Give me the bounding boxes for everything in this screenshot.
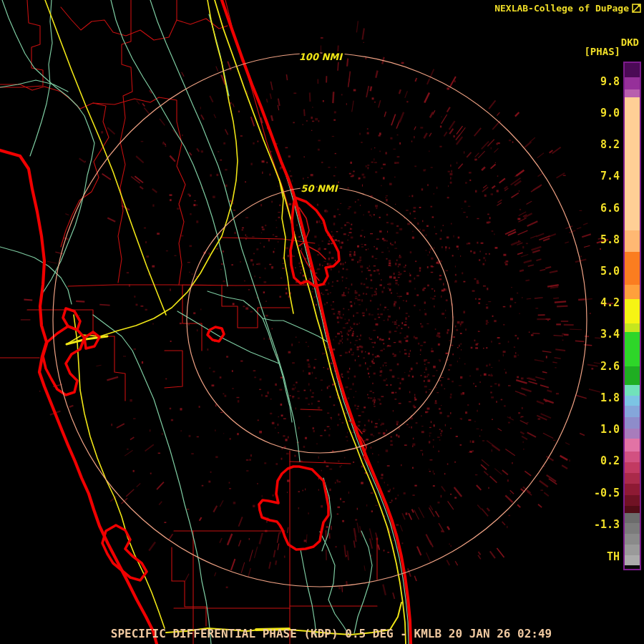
map-line [150,0,300,462]
map-line [208,291,328,342]
map-line [118,0,132,283]
colorbar-tick-label: 2.6 [577,360,620,373]
map-line [165,351,182,388]
colorbar-tick-label: 6.6 [577,202,620,215]
brand-logo-icon [632,4,641,13]
map-line [322,478,331,551]
map-line [111,0,228,286]
colorbar-tick-label: 1.0 [577,423,620,436]
colorbar-segment [625,495,640,506]
product-code: DKD [621,36,639,48]
colorbar-segment [625,285,640,299]
colorbar-tick-label: 5.8 [577,233,620,246]
colorbar-tick-label: 1.8 [577,391,620,404]
map-line [263,318,292,422]
map-line [61,0,177,40]
colorbar-segment [625,252,640,285]
map-line [45,0,166,315]
map-line [320,532,349,635]
colorbar-segment [625,555,640,565]
map-svg: 100 NMI50 NMI [0,0,644,644]
coastline-layer [0,0,411,644]
lakes-layer [43,197,339,580]
map-line [225,0,297,243]
colorbar [623,62,641,570]
range-ring-100nmi [53,53,587,587]
county-lines-layer [0,0,377,644]
range-ring-label-100nmi: 100 NMI [299,52,343,62]
colorbar-segment [625,332,640,366]
colorbar-segment [625,473,640,484]
map-line [68,285,326,286]
colorbar-segment [625,513,640,523]
colorbar-segment [625,385,640,396]
map-line [30,0,52,156]
colorbar-segment [625,406,640,417]
roads-layer [45,0,406,644]
caption: SPECIFIC DIFFERENTIAL PHASE (KDP) 0.5 DE… [111,627,552,640]
colorbar-segment [625,462,640,473]
colorbar-segment [625,230,640,252]
map-line [0,84,109,247]
colorbar-segment [625,323,640,332]
range-ring-label-50nmi: 50 NMI [301,183,338,194]
product-units: [PHAS] [584,46,620,57]
colorbar-tick-label: 8.2 [577,138,620,151]
map-line [102,525,147,580]
range-ring-50nmi [187,187,453,453]
colorbar-segment [625,545,640,555]
colorbar-segment [625,97,640,230]
colorbar-tick-label: 9.0 [577,107,620,119]
range-rings-layer: 100 NMI50 NMI [53,52,587,587]
map-line [222,0,411,644]
colorbar-segment [625,429,640,439]
colorbar-tick-label: 7.4 [577,170,620,182]
map-line [0,150,157,644]
rivers-layer [0,0,409,644]
coast-detail-layer [298,208,369,465]
colorbar-segment [625,534,640,545]
colorbar-segment [625,439,640,452]
colorbar-tick-label: TH [577,550,620,563]
map-line [301,409,322,410]
colorbar-tick-label: -0.5 [577,487,620,499]
colorbar-segment [625,89,640,97]
brand-text: NEXLAB-College of DuPage [494,3,629,14]
colorbar-segment [625,299,640,323]
colorbar-segment [625,77,640,89]
colorbar-segment [625,396,640,406]
colorbar-segment [625,63,640,77]
map-line [84,332,99,348]
colorbar-segment [625,417,640,429]
colorbar-tick-label: 0.2 [577,454,620,467]
brand: NEXLAB-College of DuPage [494,3,641,14]
colorbar-segment [625,523,640,534]
colorbar-segment [625,565,640,569]
map-line [114,336,125,401]
map-line [2,0,94,295]
colorbar-segment [625,366,640,385]
map-line [301,550,316,637]
colorbar-tick-label: 9.8 [577,75,620,88]
map-line [177,19,228,29]
colorbar-segment [625,506,640,513]
map-line [290,462,351,464]
colorbar-segment [625,484,640,495]
map-line [74,315,165,628]
map-line [309,247,326,259]
colorbar-tick-label: -1.3 [577,518,620,531]
radar-viewport: 100 NMI50 NMI NEXLAB-College of DuPage D… [0,0,644,644]
map-line [222,238,315,243]
colorbar-tick-label: 3.4 [577,328,620,341]
colorbar-tick-label: 4.2 [577,296,620,309]
colorbar-tick-label: 5.0 [577,265,620,278]
map-line [259,467,328,550]
colorbar-segment [625,452,640,462]
